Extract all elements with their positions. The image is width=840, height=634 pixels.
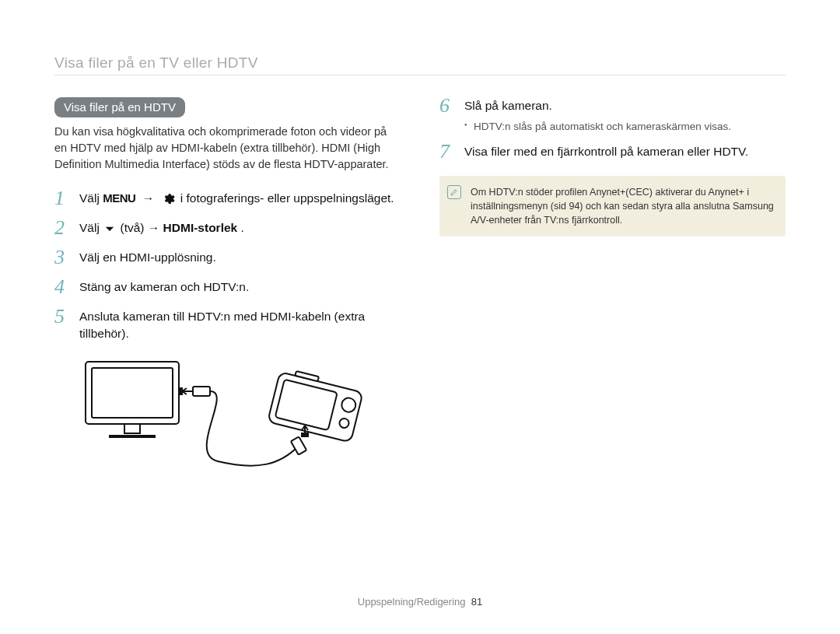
step-4: 4 Stäng av kameran och HDTV:n.: [54, 278, 401, 297]
steps-list-left: 1 Välj MENU → i fotograferings- eller up…: [54, 190, 401, 342]
page-number: 81: [471, 596, 482, 608]
steps-list-right: 6 Slå på kameran. HDTV:n slås på automat…: [439, 97, 786, 162]
left-column: Visa filer på en HDTV Du kan visa högkva…: [54, 97, 401, 488]
menu-icon: MENU: [103, 191, 135, 205]
svg-rect-1: [92, 368, 173, 418]
step-body: Ansluta kameran till HDTV:n med HDMI-kab…: [79, 308, 401, 342]
step-text: Välj: [79, 221, 103, 234]
note-box: Om HDTV:n stöder profilen Anynet+(CEC) a…: [439, 176, 786, 236]
step-number: 2: [54, 218, 75, 238]
right-column: 6 Slå på kameran. HDTV:n slås på automat…: [439, 97, 786, 488]
step-3: 3 Välj en HDMI-upplösning.: [54, 249, 401, 268]
gear-icon: [162, 192, 175, 205]
step-6: 6 Slå på kameran.: [439, 97, 786, 116]
chevron-down-icon: [104, 223, 115, 234]
step-text: i fotograferings- eller uppspelningsläge…: [180, 191, 394, 205]
intro-paragraph: Du kan visa högkvalitativa och okomprime…: [54, 124, 401, 173]
step-2: 2 Välj (två) → HDMI-storlek .: [54, 219, 401, 238]
svg-rect-11: [291, 437, 306, 455]
content-columns: Visa filer på en HDTV Du kan visa högkva…: [54, 97, 786, 488]
step-bold: HDMI-storlek: [163, 221, 238, 234]
step-text: Välj: [79, 191, 103, 205]
footer-label: Uppspelning/Redigering: [358, 596, 466, 608]
step-body: Välj MENU → i fotograferings- eller upps…: [79, 190, 401, 207]
step-text: (två) →: [120, 221, 163, 234]
note-text: Om HDTV:n stöder profilen Anynet+(CEC) a…: [471, 187, 774, 226]
step-1: 1 Välj MENU → i fotograferings- eller up…: [54, 190, 401, 208]
step-body: Stäng av kameran och HDTV:n.: [79, 278, 401, 296]
page-footer: Uppspelning/Redigering 81: [0, 596, 840, 608]
step-body: Slå på kameran.: [464, 97, 786, 114]
arrow-icon: →: [142, 191, 155, 205]
pencil-note-icon: [447, 185, 461, 199]
step-number: 5: [54, 306, 75, 327]
step-number: 1: [54, 188, 75, 208]
svg-rect-9: [302, 433, 308, 436]
step-body: Visa filer med en fjärrkontroll på kamer…: [464, 143, 786, 160]
step-number: 3: [54, 247, 75, 268]
step-body: Välj (två) → HDMI-storlek .: [79, 219, 401, 236]
section-badge: Visa filer på en HDTV: [54, 97, 185, 117]
connection-illustration: [54, 352, 401, 488]
page-header: Visa filer på en TV eller HDTV: [54, 54, 786, 75]
step-number: 4: [54, 277, 75, 297]
svg-rect-10: [193, 387, 210, 396]
step-number: 6: [439, 96, 460, 116]
svg-rect-3: [179, 388, 182, 394]
step-text: .: [241, 221, 244, 234]
step-body: Välj en HDMI-upplösning.: [79, 249, 401, 266]
step-7: 7 Visa filer med en fjärrkontroll på kam…: [439, 143, 786, 162]
step-6-sub: HDTV:n slås på automatiskt och kameraskä…: [464, 121, 786, 132]
step-number: 7: [439, 142, 460, 162]
svg-rect-0: [86, 362, 179, 424]
step-5: 5 Ansluta kameran till HDTV:n med HDMI-k…: [54, 308, 401, 342]
